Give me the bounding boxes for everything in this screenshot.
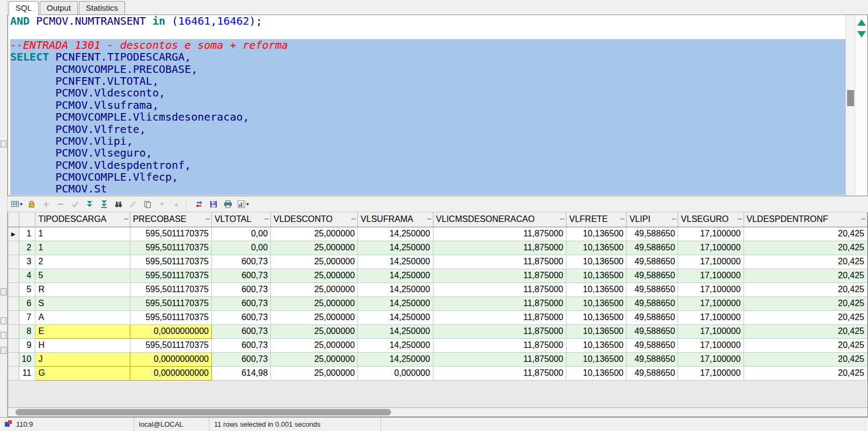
row-number[interactable]: 7 xyxy=(19,310,35,324)
cell-vlicmsdesoneracao[interactable]: 11,875000 xyxy=(433,352,566,366)
cell-vlipi[interactable]: 49,588650 xyxy=(627,296,678,310)
delete-record-button[interactable] xyxy=(54,198,67,211)
scrollbar-thumb[interactable] xyxy=(847,90,854,106)
cell-tipodescarga[interactable]: 5 xyxy=(35,269,130,283)
cell-vlicmsdesoneracao[interactable]: 11,875000 xyxy=(433,227,566,241)
cell-vldespdentronf[interactable]: 20,425 xyxy=(744,338,867,352)
column-resize-handle[interactable] xyxy=(738,219,742,219)
cell-vldesconto[interactable]: 25,000000 xyxy=(271,338,358,352)
splitter-grip[interactable] xyxy=(1,288,6,295)
row-marker[interactable] xyxy=(8,310,19,324)
cell-vlipi[interactable]: 49,588650 xyxy=(627,269,678,283)
fetch-next-page-button[interactable] xyxy=(83,198,96,211)
lock-button[interactable] xyxy=(25,198,38,211)
cell-vlseguro[interactable]: 17,100000 xyxy=(678,324,744,338)
post-record-button[interactable] xyxy=(69,198,82,211)
cell-vlicmsdesoneracao[interactable]: 11,875000 xyxy=(433,324,566,338)
row-marker[interactable] xyxy=(8,296,19,310)
cell-vlicmsdesoneracao[interactable]: 11,875000 xyxy=(433,338,566,352)
column-resize-handle[interactable] xyxy=(560,219,564,219)
cell-vlsuframa[interactable]: 14,250000 xyxy=(358,352,433,366)
editor-line[interactable]: PCMOVCOMPLE.Vlicmsdesoneracao, xyxy=(10,111,845,123)
grid-hscrollbar[interactable] xyxy=(8,407,867,417)
editor-line[interactable]: AND PCMOV.NUMTRANSENT in (16461,16462); xyxy=(10,15,845,27)
cell-precobase[interactable]: 0,0000000000 xyxy=(130,324,211,338)
cell-vlipi[interactable]: 49,588650 xyxy=(627,227,678,241)
row-number[interactable]: 9 xyxy=(19,338,35,352)
column-header-vlseguro[interactable]: VLSEGURO xyxy=(678,212,744,227)
column-header-precobase[interactable]: PRECOBASE xyxy=(130,212,211,227)
cell-vlicmsdesoneracao[interactable]: 11,875000 xyxy=(433,269,566,283)
cell-vldespdentronf[interactable]: 20,425 xyxy=(744,241,867,255)
cell-vlseguro[interactable]: 17,100000 xyxy=(678,310,744,324)
column-resize-handle[interactable] xyxy=(861,219,865,219)
cell-vldesconto[interactable]: 25,000000 xyxy=(271,310,358,324)
sort-ascending-button[interactable] xyxy=(170,198,183,211)
row-marker[interactable] xyxy=(8,366,19,380)
row-number[interactable]: 6 xyxy=(19,296,35,310)
cell-precobase[interactable]: 595,5011170375 xyxy=(130,338,211,352)
cell-vlipi[interactable]: 49,588650 xyxy=(627,324,678,338)
print-results-button[interactable] xyxy=(222,198,234,211)
column-header-vlfrete[interactable]: VLFRETE xyxy=(567,212,627,227)
cell-vlipi[interactable]: 49,588650 xyxy=(627,352,678,366)
cell-precobase[interactable]: 0,0000000000 xyxy=(130,366,211,380)
cell-vlicmsdesoneracao[interactable]: 11,875000 xyxy=(433,310,566,324)
cell-vldespdentronf[interactable]: 20,425 xyxy=(744,269,867,283)
column-resize-handle[interactable] xyxy=(351,219,356,219)
grid-mode-button[interactable]: ▾ xyxy=(10,198,24,211)
cell-vlipi[interactable]: 49,588650 xyxy=(627,241,678,255)
row-number[interactable]: 3 xyxy=(19,255,35,269)
cell-vlfrete[interactable]: 10,136500 xyxy=(567,269,627,283)
cell-vlipi[interactable]: 49,588650 xyxy=(627,366,678,380)
cell-precobase[interactable]: 595,5011170375 xyxy=(130,255,211,269)
data-grid-table[interactable]: TIPODESCARGAPRECOBASEVLTOTALVLDESCONTOVL… xyxy=(8,212,867,381)
row-number[interactable]: 8 xyxy=(19,324,35,338)
cell-vlseguro[interactable]: 17,100000 xyxy=(678,269,744,283)
row-marker[interactable] xyxy=(8,283,19,296)
cell-vlseguro[interactable]: 17,100000 xyxy=(678,255,744,269)
cell-vlipi[interactable]: 49,588650 xyxy=(627,338,678,352)
cell-vltotal[interactable]: 600,73 xyxy=(211,296,270,310)
cell-vlfrete[interactable]: 10,136500 xyxy=(567,352,627,366)
editor-line[interactable]: PCMOV.Vldespdentronf, xyxy=(10,159,845,171)
sort-descending-button[interactable] xyxy=(156,198,168,211)
cell-vlsuframa[interactable]: 14,250000 xyxy=(358,338,433,352)
cell-vldespdentronf[interactable]: 20,425 xyxy=(744,310,867,324)
row-marker[interactable] xyxy=(8,352,19,366)
cell-vlsuframa[interactable]: 14,250000 xyxy=(358,241,433,255)
editor-line[interactable]: PCMOVCOMPLE.Vlfecp, xyxy=(10,171,845,183)
cell-vlseguro[interactable]: 17,100000 xyxy=(678,338,744,352)
cell-vldespdentronf[interactable]: 20,425 xyxy=(744,283,867,296)
save-results-button[interactable] xyxy=(207,198,220,211)
cell-vlfrete[interactable]: 10,136500 xyxy=(567,338,627,352)
cell-vltotal[interactable]: 600,73 xyxy=(211,255,270,269)
cell-precobase[interactable]: 595,5011170375 xyxy=(130,227,211,241)
row-number[interactable]: 10 xyxy=(19,352,35,366)
column-resize-handle[interactable] xyxy=(124,219,128,219)
row-number[interactable]: 4 xyxy=(19,269,35,283)
cell-precobase[interactable]: 595,5011170375 xyxy=(130,269,211,283)
cell-vldespdentronf[interactable]: 20,425 xyxy=(744,296,867,310)
editor-lines[interactable]: AND PCMOV.NUMTRANSENT in (16461,16462); … xyxy=(8,15,845,196)
cell-tipodescarga[interactable]: A xyxy=(35,310,130,324)
cell-vldespdentronf[interactable]: 20,425 xyxy=(744,324,867,338)
column-header-vltotal[interactable]: VLTOTAL xyxy=(211,212,270,227)
cell-vlicmsdesoneracao[interactable]: 11,875000 xyxy=(433,255,566,269)
splitter-grip[interactable] xyxy=(1,317,6,324)
row-marker[interactable] xyxy=(8,255,19,269)
editor-line[interactable]: PCMOV.Vlipi, xyxy=(10,135,845,147)
cell-vltotal[interactable]: 0,00 xyxy=(211,241,270,255)
row-number[interactable]: 2 xyxy=(19,241,35,255)
editor-line[interactable]: PCMOV.Vlseguro, xyxy=(10,147,845,159)
cell-precobase[interactable]: 595,5011170375 xyxy=(130,283,211,296)
row-marker[interactable] xyxy=(8,324,19,338)
cell-tipodescarga[interactable]: 2 xyxy=(35,255,130,269)
cell-vlseguro[interactable]: 17,100000 xyxy=(678,241,744,255)
cell-vlfrete[interactable]: 10,136500 xyxy=(567,227,627,241)
cell-vltotal[interactable]: 600,73 xyxy=(211,283,270,296)
fetch-last-page-button[interactable] xyxy=(98,198,111,211)
cell-vlseguro[interactable]: 17,100000 xyxy=(678,352,744,366)
cell-vltotal[interactable]: 600,73 xyxy=(211,324,270,338)
cell-vldesconto[interactable]: 25,000000 xyxy=(271,241,358,255)
